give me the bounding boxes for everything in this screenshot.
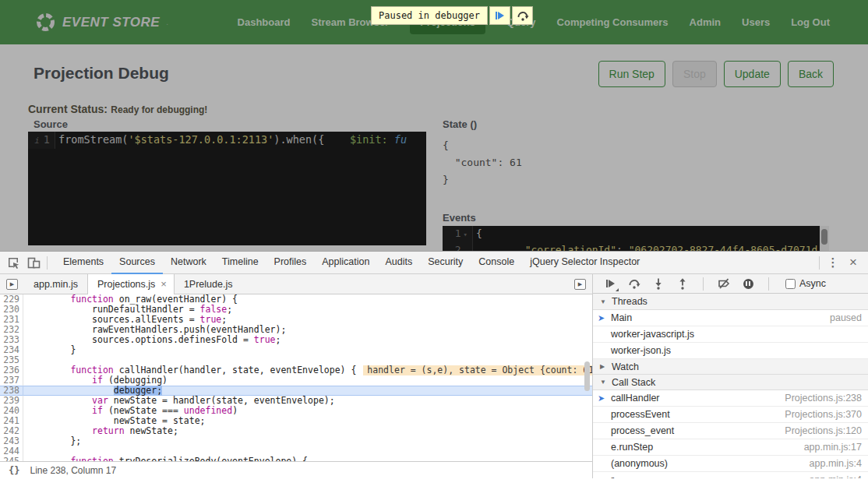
tab-elements[interactable]: Elements [55,252,111,274]
code-token: return [92,426,125,436]
editor-panel-toggle-icon[interactable]: ▶ [574,279,586,290]
tab-application[interactable]: Application [314,252,377,274]
code-line-245[interactable]: 245 function tryDeserializeBody(eventEnv… [0,456,592,461]
frame-location[interactable]: Projections.js:370 [785,409,862,420]
toggle-device-toolbar-button[interactable] [23,253,44,272]
pretty-print-icon[interactable]: {} [9,465,19,476]
thread-name: worker-json.js [611,345,671,356]
watch-label: Watch [612,361,639,372]
threads-section-header[interactable]: ▼ Threads [593,294,868,310]
thread-name: Main [611,312,632,323]
thread-status: paused [830,312,862,323]
frame-location[interactable]: app.min.js:4 [810,458,862,469]
thread-row-worker-javascript-js[interactable]: worker-javascript.js [593,326,868,343]
thread-row-worker-json-js[interactable]: worker-json.js [593,343,868,359]
close-tab-icon[interactable]: × [161,274,167,294]
sources-pane: ▶ app.min.jsProjections.js×1Prelude.js ▶… [0,274,592,478]
step-into-button[interactable] [651,277,665,291]
frame-location[interactable]: app.min.js:4 [810,474,862,478]
thread-name: worker-javascript.js [611,329,694,340]
call-stack-frame-callhandler[interactable]: ➤callHandlerProjections.js:238 [593,390,868,407]
toolbar-divider [819,256,820,270]
call-stack-list: ➤callHandlerProjections.js:238processEve… [593,390,868,478]
threads-list: ➤Mainpausedworker-javascript.jsworker-js… [593,310,868,359]
file-tab-app-min-js[interactable]: app.min.js [24,274,87,294]
long-press-indicator [616,288,619,291]
pause-on-exceptions-button[interactable] [741,277,755,291]
tab-timeline[interactable]: Timeline [214,252,266,274]
devtools: ElementsSourcesNetworkTimelineProfilesAp… [0,251,868,497]
frame-function: processEvent [611,409,670,420]
file-tab-label: 1Prelude.js [184,279,233,290]
devtools-close-icon[interactable]: × [843,253,863,272]
file-tab-1prelude-js[interactable]: 1Prelude.js [175,274,242,294]
tab-audits[interactable]: Audits [377,252,420,274]
tab-sources[interactable]: Sources [111,252,163,274]
threads-label: Threads [612,296,647,307]
navigator-toggle-icon[interactable]: ▶ [6,279,18,290]
thread-row-main[interactable]: ➤Mainpaused [593,310,868,326]
code-line-233[interactable]: 233 sources.options.definesFold = true; [0,335,592,345]
code-line-234[interactable]: 234 } [0,345,592,355]
async-checkbox[interactable] [785,279,796,289]
call-stack-frame-r[interactable]: rapp.min.js:4 [593,472,868,478]
inspect-element-button[interactable] [3,253,23,272]
screen: EVENT STORE . DashboardStream BrowserPro… [0,0,868,497]
call-stack-frame-e-runstep[interactable]: e.runStepapp.min.js:17 [593,439,868,456]
tab-profiles[interactable]: Profiles [266,252,315,274]
code-token: } [27,345,76,355]
step-over-button[interactable] [627,277,641,291]
frame-location[interactable]: app.min.js:17 [804,442,862,453]
frame-location[interactable]: Projections.js:238 [785,393,862,404]
async-option: Async [785,278,826,289]
frame-function: process_event [611,425,674,436]
call-stack-frame-process-event[interactable]: process_eventProjections.js:120 [593,423,868,439]
inspect-element-icon [7,256,20,270]
deactivate-breakpoints-button[interactable] [717,277,731,291]
frame-function: (anonymous) [611,458,668,469]
frame-function: callHandler [611,393,660,404]
code-line-243[interactable]: 243 }; [0,436,592,446]
resume-icon [606,280,615,287]
file-tab-label: app.min.js [34,279,78,290]
vertical-scrollbar[interactable] [584,361,590,391]
watch-section-header[interactable]: ▶ Watch [593,358,868,375]
devtools-menu-icon[interactable]: ⋮ [823,253,843,272]
code-line-242[interactable]: 242 return newState; [0,426,592,436]
call-stack-frame-processevent[interactable]: processEventProjections.js:370 [593,407,868,423]
line-number[interactable]: 245 [0,456,23,461]
frame-function: e.runStep [611,442,653,453]
code-token [27,456,70,461]
file-tabs: app.min.jsProjections.js×1Prelude.js [24,274,242,294]
chevron-right-icon: ▶ [600,363,607,370]
code-token: tryDeserializeBody(eventEnvelope) { [114,456,308,461]
code-editor[interactable]: 229 function on_raw(eventHandler) {230 r… [0,294,592,461]
call-stack-frame-anonymous[interactable]: (anonymous)app.min.js:4 [593,456,868,472]
tab-network[interactable]: Network [163,252,214,274]
resume-icon [496,12,504,19]
frame-function: r [611,474,614,478]
call-stack-section-header[interactable]: ▼ Call Stack [593,374,868,390]
tab-console[interactable]: Console [471,252,522,274]
toolbar-divider [47,256,48,270]
devtools-toolbar: ElementsSourcesNetworkTimelineProfilesAp… [0,252,868,274]
file-tab-label: Projections.js [97,274,155,294]
pause-on-exceptions-icon [743,279,753,289]
deactivate-breakpoints-icon [718,278,731,289]
resume-script-button[interactable] [489,6,510,25]
execution-arrow-icon: ➤ [598,313,605,323]
file-tab-projections-js[interactable]: Projections.js× [87,274,175,294]
devtools-tabs: ElementsSourcesNetworkTimelineProfilesAp… [55,252,647,274]
tab-jquery-selector-inspector[interactable]: jQuery Selector Inspector [522,252,647,274]
tab-security[interactable]: Security [420,252,471,274]
code-token: ) [232,406,238,416]
frame-location[interactable]: Projections.js:120 [785,425,862,436]
resume-script-button[interactable] [603,277,617,291]
toolbar-divider [768,277,769,291]
call-stack-label: Call Stack [612,377,655,388]
file-tabbar: ▶ app.min.jsProjections.js×1Prelude.js ▶ [0,274,592,294]
step-over-icon [517,10,529,21]
step-out-button[interactable] [676,277,690,291]
step-over-button[interactable] [512,6,533,25]
code-token: ; [276,335,281,345]
